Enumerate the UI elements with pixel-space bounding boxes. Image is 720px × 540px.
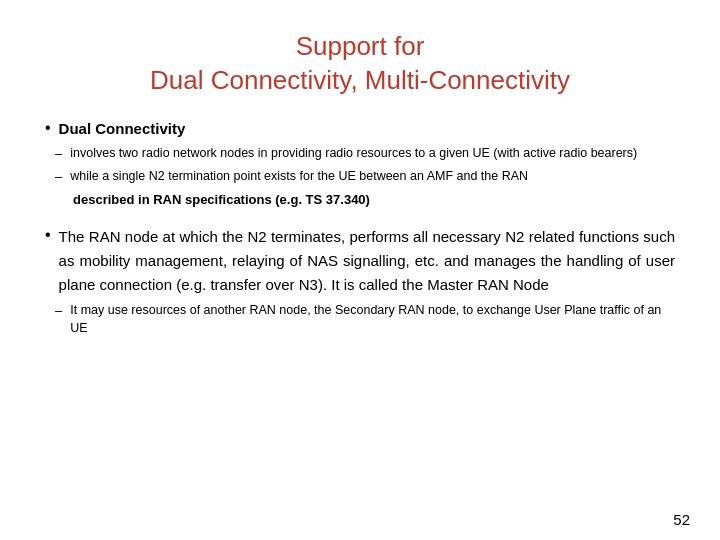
bullet-1-text: Dual Connectivity	[59, 118, 186, 141]
slide: Support for Dual Connectivity, Multi-Con…	[0, 0, 720, 540]
title-line2: Dual Connectivity, Multi-Connectivity	[150, 65, 570, 95]
bullet-1: • Dual Connectivity – involves two radio…	[45, 118, 675, 207]
bullet-2: • The RAN node at which the N2 terminate…	[45, 225, 675, 339]
subbullet-1-2-text: while a single N2 termination point exis…	[70, 167, 528, 186]
bullet-2-marker: •	[45, 226, 51, 244]
bullet-2-text: The RAN node at which the N2 terminates,…	[59, 225, 675, 297]
subbullet-1-1: – involves two radio network nodes in pr…	[55, 144, 675, 163]
subbullet-2-1-text: It may use resources of another RAN node…	[70, 301, 675, 339]
subbullet-1-2: – while a single N2 termination point ex…	[55, 167, 675, 186]
bullet-1-subbullets: – involves two radio network nodes in pr…	[55, 144, 675, 207]
described-line: described in RAN specifications (e.g. TS…	[73, 192, 675, 207]
title-line1: Support for	[296, 31, 425, 61]
subbullet-1-1-marker: –	[55, 146, 62, 161]
subbullet-2-1: – It may use resources of another RAN no…	[55, 301, 675, 339]
subbullet-1-2-marker: –	[55, 169, 62, 184]
bullet-1-marker: •	[45, 119, 51, 137]
page-number: 52	[673, 511, 690, 528]
slide-content: • Dual Connectivity – involves two radio…	[45, 118, 675, 520]
subbullet-2-1-marker: –	[55, 303, 62, 318]
bullet-2-subbullets: – It may use resources of another RAN no…	[55, 301, 675, 339]
slide-title: Support for Dual Connectivity, Multi-Con…	[45, 30, 675, 98]
subbullet-1-1-text: involves two radio network nodes in prov…	[70, 144, 637, 163]
